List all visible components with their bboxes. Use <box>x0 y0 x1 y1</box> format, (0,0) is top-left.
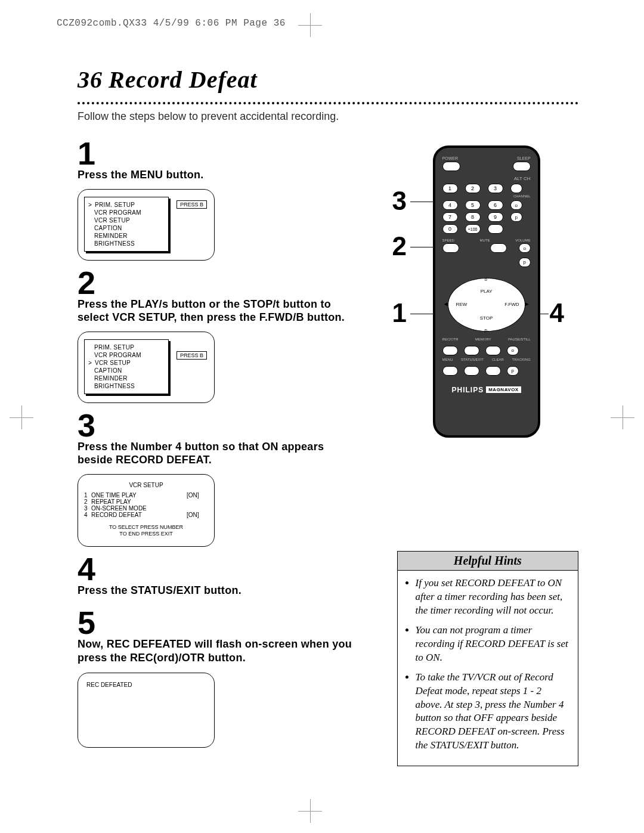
remote-key-3[interactable]: 3 <box>488 184 503 193</box>
setup-row1-val <box>187 498 208 505</box>
helpful-hints-box: Helpful Hints If you set RECORD DEFEAT t… <box>397 551 578 766</box>
setup-row0-n: 1 <box>84 492 91 498</box>
altch-button[interactable] <box>510 184 522 193</box>
setup-row1-n: 2 <box>84 498 91 505</box>
page-number: 36 <box>78 66 103 94</box>
label-sleep: SLEEP <box>517 156 531 160</box>
setup-row0-val: [ON] <box>187 492 208 498</box>
print-header: CCZ092comb.QX33 4/5/99 6:06 PM Page 36 <box>57 18 286 29</box>
power-button[interactable] <box>442 162 460 171</box>
remote-illustration: 3 2 1 4 <box>397 145 578 467</box>
menu2-item5: BRIGHTNESS <box>94 383 135 389</box>
label-pausestill: PAUSE/STILL <box>508 337 531 341</box>
label-recotr: REC/OTR <box>442 337 459 341</box>
nav-ring: PLAY STOP REW F.FWD o p ◄ ► <box>448 278 525 332</box>
label-statusexit: STATUS/EXIT <box>461 358 484 361</box>
brand-philips: PHILIPS <box>452 386 484 394</box>
pausestill-button[interactable] <box>485 346 501 355</box>
crop-mark-right <box>611 405 634 429</box>
crop-mark-bottom <box>298 799 322 823</box>
step-1-number: 1 <box>78 137 361 169</box>
sleep-button[interactable] <box>513 162 531 171</box>
ffwd-button[interactable]: F.FWD <box>504 302 519 307</box>
callout-2: 2 <box>392 231 407 261</box>
step-4-number: 4 <box>78 553 361 585</box>
menu1-item1: VCR PROGRAM <box>94 209 141 216</box>
step-3-screen: VCR SETUP 1ONE TIME PLAY[ON] 2REPEAT PLA… <box>78 474 215 547</box>
crop-mark-left <box>10 405 33 429</box>
play-button[interactable]: PLAY <box>448 289 525 294</box>
setup-row2-val <box>187 505 208 512</box>
speed-button[interactable] <box>442 243 459 253</box>
channel-down-button[interactable]: p <box>510 212 522 222</box>
step-2-screen: PRESS B PRIM. SETUP VCR PROGRAM > VCR SE… <box>78 332 215 403</box>
remote-key-7[interactable]: 7 <box>442 212 458 222</box>
menu2-item3: CAPTION <box>94 367 122 374</box>
stop-button[interactable]: STOP <box>448 315 525 321</box>
hint-2: You can not program a timer recording if… <box>416 624 571 665</box>
setup-row0-lbl: ONE TIME PLAY <box>91 492 187 498</box>
remote-key-9[interactable]: 9 <box>488 212 503 222</box>
helpful-hints-title: Helpful Hints <box>398 552 578 571</box>
remote-key-2[interactable]: 2 <box>465 184 481 193</box>
tracking-up-button[interactable]: o <box>507 346 519 355</box>
setup-row1-lbl: REPEAT PLAY <box>91 498 187 505</box>
channel-up-button[interactable]: o <box>510 200 522 210</box>
remote-key-8[interactable]: 8 <box>465 212 481 222</box>
tracking-down-button[interactable]: p <box>507 366 519 376</box>
page-title: Record Defeat <box>109 66 258 94</box>
step-4-text: Press the STATUS/EXIT button. <box>78 584 361 597</box>
menu1-item4: REMINDER <box>94 233 128 239</box>
label-tracking: TRACKING <box>512 358 531 361</box>
rew-button[interactable]: REW <box>456 302 467 307</box>
volume-up-button[interactable]: o <box>519 243 531 253</box>
memory-button[interactable] <box>464 346 479 355</box>
remote-key-1[interactable]: 1 <box>442 184 458 193</box>
setup-footer2: TO END PRESS EXIT <box>84 531 208 538</box>
remote-key-5[interactable]: 5 <box>465 200 481 210</box>
up-arrow-icon: o <box>485 277 487 282</box>
label-clear: CLEAR <box>492 358 504 361</box>
remote-key-6[interactable]: 6 <box>488 200 503 210</box>
step-5-screen: REC DEFEATED <box>78 673 215 748</box>
press-b-2: PRESS B <box>177 351 207 360</box>
label-volume: VOLUME <box>515 239 530 242</box>
intro-text: Follow the steps below to prevent accide… <box>78 110 578 123</box>
setup-title: VCR SETUP <box>84 482 208 488</box>
label-mute: MUTE <box>480 239 490 242</box>
step-5-text: Now, REC DEFEATED will flash on-screen w… <box>78 637 361 664</box>
menu1-item5: BRIGHTNESS <box>94 240 135 247</box>
menu2-item0: PRIM. SETUP <box>94 344 134 351</box>
step-3-number: 3 <box>78 409 361 441</box>
remote-key-plus100[interactable]: +100 <box>465 224 481 234</box>
setup-row2-n: 3 <box>84 505 91 512</box>
label-speed: SPEED <box>442 239 454 242</box>
callout-4: 4 <box>550 298 564 328</box>
step-1-screen: PRESS B > PRIM. SETUP VCR PROGRAM VCR SE… <box>78 189 215 261</box>
volume-down-button[interactable]: p <box>519 258 531 267</box>
crop-mark-top <box>298 13 322 37</box>
clear-button[interactable] <box>485 366 501 376</box>
hint-1: If you set RECORD DEFEAT to ON after a t… <box>416 577 571 618</box>
remote-key-0[interactable]: 0 <box>442 224 458 234</box>
remote-key-4[interactable]: 4 <box>442 200 458 210</box>
step-2-text: Press the PLAY/s button or the STOP/t bu… <box>78 298 361 324</box>
mute-button[interactable] <box>490 243 507 253</box>
down-arrow-icon: p <box>485 327 487 333</box>
remote-brand: PHILIPSMAGNAVOX <box>442 384 531 395</box>
recotr-button[interactable] <box>442 346 458 355</box>
step-5-number: 5 <box>78 606 361 639</box>
title-dotted-rule <box>78 97 578 104</box>
left-arrow-icon: ◄ <box>443 301 449 307</box>
label-channel: CHANNEL <box>442 194 531 198</box>
label-power: POWER <box>442 156 458 160</box>
label-altch: ALT CH <box>514 176 531 181</box>
menu1-item3: CAPTION <box>94 225 122 231</box>
setup-footer1: TO SELECT PRESS NUMBER <box>84 524 208 531</box>
rec-defeated-text: REC DEFEATED <box>86 682 132 688</box>
menu-button[interactable] <box>442 366 458 376</box>
hint-3: To take the TV/VCR out of Record Defeat … <box>416 671 571 753</box>
setup-row2-lbl: ON-SCREEN MODE <box>91 505 187 512</box>
remote-key-extra[interactable] <box>488 224 503 234</box>
statusexit-button[interactable] <box>464 366 479 376</box>
